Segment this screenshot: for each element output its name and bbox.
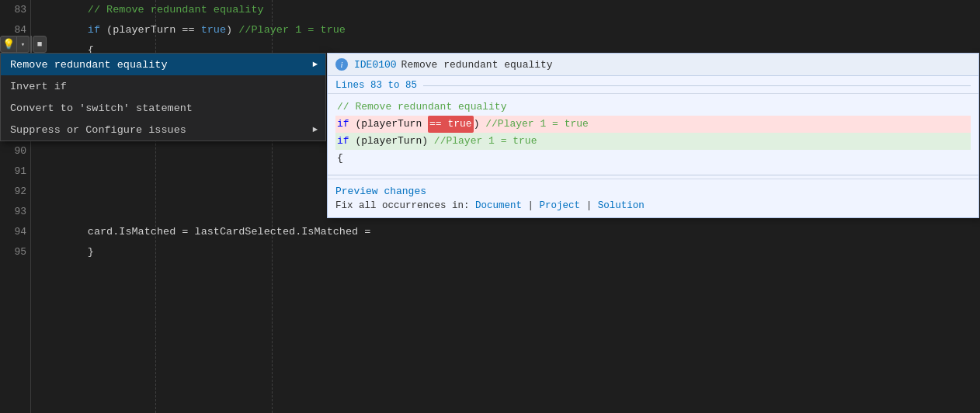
lightbulb-separator [30, 36, 32, 53]
preview-code-added: if (playerTurn) //Player 1 = true [335, 133, 971, 150]
code-token: card.IsMatched = lastCardSelected.IsMatc… [37, 222, 370, 242]
fix-all-project-link[interactable]: Project [540, 200, 581, 211]
menu-item-label: Invert if [10, 81, 67, 92]
code-line-83: 83 // Remove redundant equality [31, 0, 980, 20]
code-token: if (playerTurn == true) //Player 1 = tru… [37, 20, 346, 40]
editor-background: 83 // Remove redundant equality 84 if (p… [0, 0, 980, 413]
preview-keyword-added: if [337, 133, 349, 150]
lightbulb-dropdown-arrow[interactable]: ▾ [17, 36, 30, 53]
line-number: 94 [2, 222, 26, 242]
fix-all-solution-link[interactable]: Solution [598, 200, 645, 211]
rule-title: Remove redundant equality [401, 59, 553, 71]
line-number: 83 [2, 0, 26, 20]
submenu-arrow-icon: ► [312, 60, 318, 69]
submenu-arrow-icon-2: ► [312, 125, 318, 134]
preview-comment-2: //Player 1 = true [485, 116, 589, 133]
line-number: 92 [2, 182, 26, 202]
rule-id: IDE0100 [354, 59, 397, 71]
preview-separator [328, 175, 978, 175]
preview-header: i IDE0100 Remove redundant equality [328, 54, 978, 76]
preview-comment-text: // Remove redundant equality [337, 99, 506, 116]
menu-item-label: Convert to 'switch' statement [10, 102, 193, 114]
preview-comment-added: //Player 1 = true [434, 133, 537, 150]
preview-footer: Preview changes Fix all occurrences in: … [328, 179, 978, 217]
lightbulb-widget[interactable]: 💡 ▾ ■ [0, 36, 47, 53]
fix-all-prefix: Fix all occurrences in: [335, 200, 470, 211]
fix-all-separator-1: | [528, 200, 540, 211]
fix-all-document-link[interactable]: Document [475, 200, 522, 211]
line-number: 95 [2, 242, 26, 262]
code-line-94: 94 card.IsMatched = lastCardSelected.IsM… [31, 222, 980, 242]
preview-brace: { [337, 150, 343, 167]
code-line-95: 95 } [31, 242, 980, 262]
preview-changes-link[interactable]: Preview changes [335, 186, 971, 197]
preview-default-added: (playerTurn) [349, 133, 434, 150]
menu-item-remove-redundant[interactable]: Remove redundant equality ► [1, 54, 325, 75]
preview-lines-header: Lines 83 to 85 [328, 76, 978, 94]
preview-keyword: if [337, 116, 349, 133]
preview-default: (playerTurn [349, 116, 428, 133]
preview-highlight-removed: == true [428, 116, 474, 133]
lightbulb-extra-btn[interactable]: ■ [33, 36, 47, 53]
fix-all-separator-2: | [586, 200, 598, 211]
preview-default-2: ) [474, 116, 486, 133]
menu-item-convert-switch[interactable]: Convert to 'switch' statement [1, 97, 325, 119]
code-line-84: 84 if (playerTurn == true) //Player 1 = … [31, 20, 980, 40]
lightbulb-button[interactable]: 💡 [0, 36, 17, 53]
context-menu: Remove redundant equality ► Invert if Co… [0, 53, 326, 141]
line-number: 93 [2, 202, 26, 222]
menu-item-label: Suppress or Configure issues [10, 124, 186, 136]
preview-code-brace: { [335, 150, 971, 167]
preview-code-area: // Remove redundant equality if (playerT… [328, 94, 978, 172]
code-token: // Remove redundant equality [37, 0, 264, 20]
info-icon: i [335, 58, 348, 71]
line-number: 90 [2, 141, 26, 161]
fix-all-line: Fix all occurrences in: Document | Proje… [335, 200, 971, 211]
preview-code-comment: // Remove redundant equality [335, 99, 971, 116]
preview-panel: i IDE0100 Remove redundant equality Line… [327, 53, 979, 218]
line-number: 91 [2, 161, 26, 182]
code-token: } [37, 242, 94, 262]
menu-item-label: Remove redundant equality [10, 59, 168, 71]
menu-item-invert-if[interactable]: Invert if [1, 75, 325, 97]
menu-item-suppress-configure[interactable]: Suppress or Configure issues ► [1, 119, 325, 141]
preview-code-removed: if (playerTurn == true) //Player 1 = tru… [335, 116, 971, 133]
lines-range-label: Lines 83 to 85 [335, 80, 417, 91]
